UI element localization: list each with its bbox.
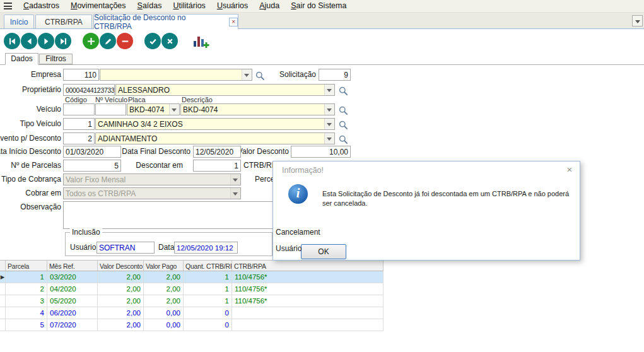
cancelamento-group-title: Cancelament (276, 227, 320, 238)
parcelas-grid: Parcela Mês Ref. Valor Desconto Valor Pa… (0, 260, 383, 331)
num-parcelas-field[interactable]: 5 (63, 160, 121, 172)
cell-mes-ref: 06/2020 (47, 307, 98, 319)
cell-valor-desconto: 2,00 (98, 307, 144, 319)
table-row[interactable]: 2 04/2020 2,00 2,00 1 110/4756* (0, 283, 383, 295)
cell-parcela: 5 (6, 319, 47, 331)
veiculo-placa-combo[interactable]: BKD-4074 (127, 103, 180, 115)
col-header-valor-pago[interactable]: Valor Pago (144, 261, 184, 271)
dialog-close-icon[interactable]: × (565, 164, 575, 175)
menu-item-usuarios[interactable]: Usuários (211, 0, 254, 12)
cell-valor-desconto: 2,00 (98, 295, 144, 307)
empresa-label: Empresa (31, 69, 61, 80)
veiculo-label: Veículo (37, 104, 61, 115)
table-row[interactable]: 3 05/2020 2,00 2,00 1 110/4756* (0, 295, 383, 307)
row-indicator (0, 307, 6, 319)
inclusao-data-field: 12/05/2020 19:12 (174, 242, 238, 254)
add-record-button[interactable] (83, 33, 99, 49)
tab-filtros[interactable]: Filtros (39, 54, 73, 64)
cell-valor-pago: 0,00 (144, 307, 184, 319)
col-header-quant-ctrb[interactable]: Quant. CTRB/RPA (184, 261, 232, 271)
cell-mes-ref: 07/2020 (47, 319, 98, 331)
tipo-veiculo-search-icon[interactable] (337, 119, 349, 131)
tab-dados[interactable]: Dados (5, 53, 38, 65)
col-header-valor-desconto[interactable]: Valor Desconto (98, 261, 144, 271)
form-top-divider (0, 64, 644, 65)
evento-desconto-label: Evento p/ Desconto (0, 133, 61, 144)
empresa-search-icon[interactable] (254, 69, 266, 81)
solicitacao-field[interactable]: 9 (319, 69, 351, 81)
ok-button[interactable]: OK (301, 244, 346, 259)
chart-button[interactable] (192, 33, 211, 49)
tab-inicio[interactable]: Início (4, 15, 34, 28)
tipo-veiculo-code-field[interactable]: 1 (63, 118, 95, 130)
data-final-field[interactable]: 12/05/2020 (193, 146, 241, 158)
veiculo-numero-field[interactable] (95, 103, 126, 115)
table-row[interactable]: 4 06/2020 2,00 0,00 0 (0, 307, 383, 319)
menu-item-sair[interactable]: Sair do Sistema (285, 0, 352, 12)
tab-close-icon[interactable]: × (229, 18, 238, 26)
confirm-button-group (144, 33, 178, 49)
evento-combo[interactable]: ADIANTAMENTO (95, 132, 335, 144)
cell-ctrb-rpa (232, 307, 383, 319)
valor-desconto-field[interactable]: 10,00 (291, 146, 351, 158)
delete-record-button[interactable] (117, 33, 133, 49)
veiculo-col-numero: Nº Veículo (95, 96, 127, 103)
veiculo-codigo-field[interactable] (63, 103, 95, 115)
cancelamento-usuario-label: Usuário (276, 243, 302, 254)
grid-indicator-column (0, 261, 6, 271)
tipo-cobranca-combo: Valor Fixo Mensal (63, 173, 241, 185)
cell-quant: 1 (184, 271, 232, 283)
menu-icon[interactable] (4, 3, 12, 9)
tab-ctrb-rpa[interactable]: CTRB/RPA (35, 15, 92, 28)
empresa-code-field[interactable]: 110 (63, 69, 99, 81)
cell-quant: 1 (184, 295, 232, 307)
cell-quant: 1 (184, 283, 232, 295)
evento-search-icon[interactable] (337, 133, 349, 145)
inclusao-usuario-label: Usuário (70, 242, 96, 253)
table-row[interactable]: ▶ 1 03/2020 2,00 2,00 1 110/4756* (0, 271, 383, 283)
cell-parcela: 3 (6, 295, 47, 307)
cell-valor-desconto: 2,00 (98, 283, 144, 295)
menu-item-movimentacoes[interactable]: Movimentações (65, 0, 132, 12)
table-row[interactable]: 5 07/2020 2,00 0,00 0 (0, 319, 383, 331)
veiculo-col-codigo: Código (65, 96, 87, 103)
cell-valor-pago: 2,00 (144, 283, 184, 295)
veiculo-search-icon[interactable] (337, 104, 349, 116)
col-header-parcela[interactable]: Parcela (6, 261, 47, 271)
proprietario-search-icon[interactable] (337, 85, 349, 97)
edit-record-button[interactable] (100, 33, 116, 49)
tab-overflow-chevron-icon[interactable] (632, 15, 643, 26)
menu-item-saidas[interactable]: Saídas (132, 0, 168, 12)
menu-item-utilitarios[interactable]: Utilitários (167, 0, 211, 12)
inclusao-group-title: Inclusão (70, 228, 102, 237)
cell-parcela: 2 (6, 283, 47, 295)
proprietario-combo[interactable]: ALESSANDRO (115, 84, 335, 96)
last-record-button[interactable] (55, 33, 71, 49)
menu-item-cadastros[interactable]: Cadastros (18, 0, 65, 12)
row-indicator (0, 283, 6, 295)
row-marker-icon: ▶ (1, 274, 5, 280)
cobrar-em-label: Cobrar em (25, 188, 61, 199)
empresa-combo[interactable] (100, 69, 252, 81)
evento-code-field[interactable]: 2 (63, 132, 95, 144)
data-inicio-field[interactable]: 01/03/2020 (63, 146, 121, 158)
first-record-button[interactable] (4, 33, 20, 49)
tab-solicitacao-desconto[interactable]: Solicitação de Desconto no CTRB/RPA × (93, 14, 238, 29)
confirm-button[interactable] (144, 33, 161, 49)
app-window: Cadastros Movimentações Saídas Utilitári… (0, 0, 644, 352)
info-icon: i (288, 184, 308, 204)
previous-record-button[interactable] (21, 33, 37, 49)
col-header-ctrb-rpa[interactable]: CTRB/RPA (232, 261, 383, 271)
menu-bar: Cadastros Movimentações Saídas Utilitári… (0, 0, 644, 13)
inclusao-usuario-field: SOFTRAN (97, 242, 155, 254)
proprietario-code-field[interactable]: 00004244123733 (63, 84, 115, 96)
next-record-button[interactable] (38, 33, 54, 49)
col-header-mes-ref[interactable]: Mês Ref. (47, 261, 98, 271)
cancel-button[interactable] (161, 33, 178, 49)
observacao-label: Observação (20, 202, 61, 213)
veiculo-descricao-combo[interactable]: BKD-4074 (180, 103, 335, 115)
tipo-veiculo-combo[interactable]: CAMINHAO 3/4 2 EIXOS (95, 118, 335, 130)
data-final-label: Data Final Desconto (122, 146, 190, 157)
menu-item-ajuda[interactable]: Ajuda (254, 0, 285, 12)
descontar-em-field[interactable]: 1 (193, 160, 241, 172)
